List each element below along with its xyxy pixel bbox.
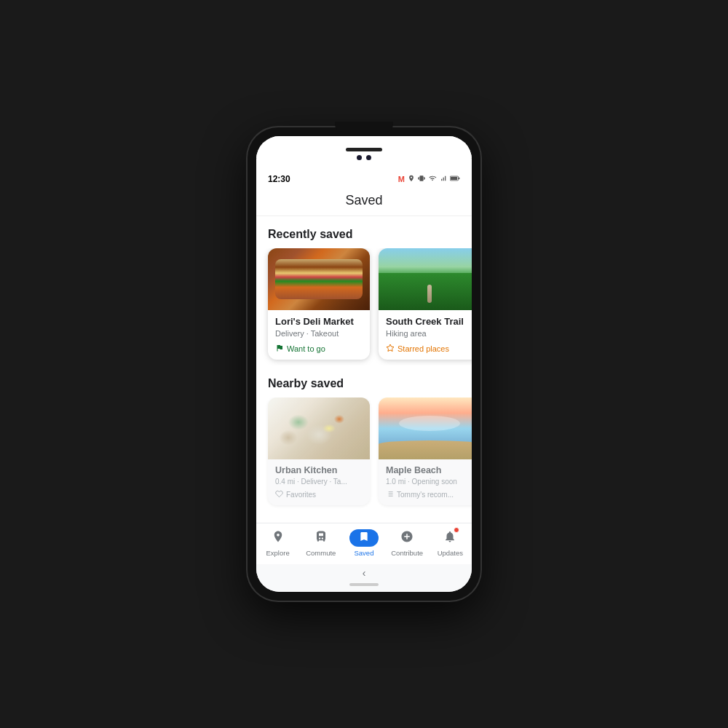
loris-deli-info: Lori's Deli Market Delivery · Takeout Wa… — [268, 310, 370, 360]
contribute-label: Contribute — [391, 549, 423, 557]
loris-deli-tag: Want to go — [275, 344, 363, 354]
wifi-icon — [428, 175, 437, 183]
camera-dot-left — [357, 155, 362, 160]
maple-beach-tag: Tommy's recom... — [386, 490, 472, 499]
nav-commute[interactable]: Commute — [301, 530, 341, 557]
saved-label: Saved — [355, 549, 374, 557]
updates-label: Updates — [438, 549, 463, 557]
saved-icon — [358, 532, 370, 545]
explore-label: Explore — [266, 549, 289, 557]
back-button[interactable]: ‹ — [363, 567, 366, 579]
svg-rect-2 — [459, 178, 460, 179]
urban-kitchen-subtitle: 0.4 mi · Delivery · Ta... — [275, 478, 363, 486]
loris-deli-name: Lori's Deli Market — [275, 316, 363, 328]
bottom-navigation: Explore Commute Saved — [256, 523, 472, 564]
commute-icon — [314, 530, 328, 547]
main-content[interactable]: Recently saved Lori's Deli Market Delive… — [256, 216, 472, 523]
loris-deli-subtitle: Delivery · Takeout — [275, 329, 363, 338]
phone-screen: 12:30 M Sav — [256, 136, 472, 592]
svg-rect-1 — [451, 177, 457, 180]
loris-deli-image — [268, 248, 370, 310]
status-icons: M — [398, 174, 460, 184]
nav-saved[interactable]: Saved — [344, 529, 384, 557]
battery-icon — [450, 175, 460, 183]
updates-icon — [443, 530, 456, 547]
urban-kitchen-tag-label: Favorites — [286, 491, 316, 499]
gesture-area: ‹ — [256, 564, 472, 592]
urban-kitchen-card[interactable]: Urban Kitchen 0.4 mi · Delivery · Ta... … — [268, 397, 370, 505]
recently-saved-title: Recently saved — [256, 216, 472, 248]
page-title: Saved — [268, 193, 460, 208]
nav-contribute[interactable]: Contribute — [387, 530, 427, 557]
status-bar: 12:30 M — [256, 168, 472, 187]
heart-icon — [275, 490, 283, 499]
maple-beach-card[interactable]: Maple Beach 1.0 mi · Opening soon Tommy'… — [379, 397, 472, 505]
saved-active-indicator — [349, 529, 379, 547]
urban-kitchen-image — [268, 397, 370, 459]
nearby-saved-section: Nearby saved Urban Kitchen 0.4 mi · Deli… — [256, 365, 472, 511]
speaker — [346, 148, 382, 151]
contribute-icon — [400, 530, 414, 547]
loris-deli-tag-label: Want to go — [287, 344, 325, 353]
urban-kitchen-name: Urban Kitchen — [275, 465, 363, 476]
south-creek-tag: Starred places — [386, 344, 472, 354]
urban-kitchen-tag: Favorites — [275, 490, 363, 499]
offers-section: Offers — [256, 511, 472, 523]
south-creek-info: South Creek Trail Hiking area Starred pl… — [379, 310, 472, 360]
flag-icon — [275, 344, 284, 354]
maple-beach-info: Maple Beach 1.0 mi · Opening soon Tommy'… — [379, 459, 472, 505]
list-icon — [386, 490, 394, 499]
camera-notch — [335, 122, 393, 132]
updates-badge — [454, 527, 459, 533]
nearby-saved-cards[interactable]: Urban Kitchen 0.4 mi · Delivery · Ta... … — [256, 397, 472, 511]
south-creek-card[interactable]: South Creek Trail Hiking area Starred pl… — [379, 248, 472, 360]
phone-frame: 12:30 M Sav — [248, 127, 480, 601]
star-icon — [386, 344, 395, 354]
explore-icon — [272, 530, 285, 547]
maple-beach-tag-label: Tommy's recom... — [397, 491, 454, 499]
location-icon — [408, 174, 415, 184]
south-creek-image — [379, 248, 472, 310]
nav-explore[interactable]: Explore — [258, 530, 298, 557]
status-time: 12:30 — [268, 174, 290, 184]
maple-beach-name: Maple Beach — [386, 465, 472, 476]
nearby-saved-title: Nearby saved — [256, 365, 472, 397]
nav-updates[interactable]: Updates — [430, 530, 470, 557]
home-gesture-bar[interactable] — [349, 583, 379, 586]
south-creek-tag-label: Starred places — [397, 344, 449, 353]
camera-dot-right — [366, 155, 371, 160]
recently-saved-cards[interactable]: Lori's Deli Market Delivery · Takeout Wa… — [256, 248, 472, 365]
maple-beach-image — [379, 397, 472, 459]
south-creek-name: South Creek Trail — [386, 316, 472, 328]
commute-label: Commute — [306, 549, 336, 557]
recently-saved-section: Recently saved Lori's Deli Market Delive… — [256, 216, 472, 365]
svg-marker-3 — [387, 344, 394, 352]
vibrate-icon — [418, 174, 425, 184]
signal-icon — [440, 174, 447, 184]
front-cameras — [357, 155, 371, 160]
gmail-icon: M — [398, 175, 405, 183]
loris-deli-card[interactable]: Lori's Deli Market Delivery · Takeout Wa… — [268, 248, 370, 360]
urban-kitchen-info: Urban Kitchen 0.4 mi · Delivery · Ta... … — [268, 459, 370, 505]
south-creek-subtitle: Hiking area — [386, 329, 472, 338]
app-header: Saved — [256, 187, 472, 216]
maple-beach-subtitle: 1.0 mi · Opening soon — [386, 478, 472, 486]
